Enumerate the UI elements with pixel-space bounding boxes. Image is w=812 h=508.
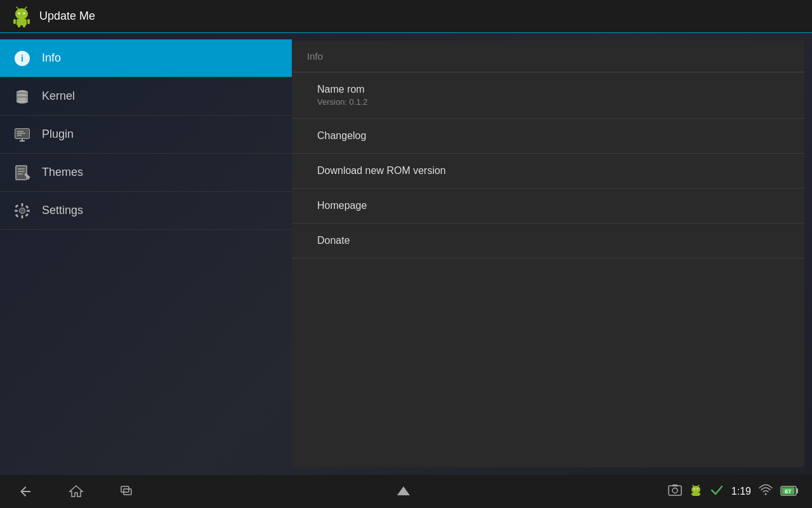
sidebar-item-info-label: Info [42, 51, 61, 65]
content-item-donate[interactable]: Donate [292, 224, 804, 258]
sidebar: i Info Kernel [0, 33, 292, 475]
svg-point-56 [764, 493, 766, 495]
content-item-name-rom[interactable]: Name rom Version: 0.1.2 [292, 72, 804, 119]
name-rom-title: Name rom [317, 84, 779, 95]
content-item-download[interactable]: Download new ROM version [292, 154, 804, 189]
svg-point-46 [672, 488, 678, 493]
svg-rect-35 [22, 203, 23, 206]
svg-rect-39 [15, 204, 18, 208]
nav-buttons [13, 479, 140, 504]
svg-rect-8 [18, 25, 20, 27]
svg-line-4 [25, 7, 27, 9]
sidebar-item-kernel-label: Kernel [42, 90, 75, 103]
main-area: i Info Kernel [0, 33, 812, 475]
name-rom-subtitle: Version: 0.1.2 [317, 97, 779, 107]
content-panel: Info Name rom Version: 0.1.2 Changelog D… [292, 41, 804, 467]
svg-text:i: i [21, 53, 23, 64]
home-button[interactable] [63, 479, 89, 504]
svg-rect-6 [13, 19, 16, 24]
sidebar-item-themes-label: Themes [42, 166, 83, 179]
android-status-icon [690, 484, 702, 500]
svg-rect-58 [796, 488, 798, 493]
svg-point-1 [18, 12, 20, 14]
sidebar-item-kernel[interactable]: Kernel [0, 77, 292, 116]
svg-rect-55 [698, 493, 700, 495]
svg-point-34 [20, 208, 25, 213]
content-list: Name rom Version: 0.1.2 Changelog Downlo… [292, 72, 804, 258]
donate-title: Donate [317, 235, 779, 246]
app-title: Update Me [39, 10, 95, 23]
time-display: 1:19 [731, 486, 751, 497]
svg-point-19 [16, 100, 28, 104]
changelog-title: Changelog [317, 130, 779, 142]
svg-rect-37 [15, 210, 18, 211]
svg-rect-9 [23, 25, 25, 27]
sidebar-item-plugin-label: Plugin [42, 128, 74, 141]
homepage-title: Homepage [317, 200, 779, 211]
checkmark-icon [710, 483, 724, 500]
content-item-changelog[interactable]: Changelog [292, 119, 804, 154]
top-bar: Update Me [0, 0, 812, 33]
bottom-bar: 1:19 87 [0, 475, 812, 508]
themes-icon [13, 163, 32, 182]
app-icon [10, 5, 33, 28]
svg-line-51 [693, 485, 694, 486]
info-icon: i [13, 49, 32, 68]
svg-line-52 [698, 485, 699, 486]
content-item-homepage[interactable]: Homepage [292, 189, 804, 224]
svg-rect-45 [669, 486, 681, 495]
sidebar-item-info[interactable]: i Info [0, 39, 292, 77]
sidebar-item-plugin[interactable]: Plugin [0, 116, 292, 154]
kernel-icon [13, 87, 32, 106]
wifi-icon [759, 483, 773, 500]
status-group: 1:19 87 [668, 483, 799, 500]
svg-rect-27 [16, 166, 27, 180]
svg-point-0 [15, 8, 28, 20]
svg-rect-53 [693, 493, 699, 496]
recents-button[interactable] [114, 479, 140, 504]
settings-icon [13, 201, 32, 220]
svg-rect-42 [25, 213, 29, 217]
battery-icon: 87 [780, 485, 799, 498]
back-button[interactable] [13, 479, 38, 504]
svg-rect-41 [15, 213, 19, 217]
svg-rect-40 [25, 204, 29, 208]
download-title: Download new ROM version [317, 165, 779, 177]
svg-point-50 [697, 488, 698, 490]
svg-rect-38 [27, 210, 30, 211]
svg-line-3 [16, 7, 18, 9]
sidebar-item-settings[interactable]: Settings [0, 192, 292, 230]
svg-rect-47 [672, 485, 678, 486]
svg-point-49 [693, 488, 695, 490]
svg-rect-5 [16, 19, 27, 25]
sidebar-item-settings-label: Settings [42, 204, 83, 217]
svg-rect-54 [691, 493, 693, 495]
plugin-icon [13, 125, 32, 144]
svg-rect-7 [27, 19, 30, 24]
sidebar-item-themes[interactable]: Themes [0, 154, 292, 192]
content-header: Info [292, 41, 804, 72]
svg-point-48 [691, 486, 700, 493]
center-nav [391, 479, 416, 504]
svg-text:87: 87 [785, 488, 791, 495]
svg-rect-36 [22, 215, 23, 218]
svg-point-2 [23, 12, 25, 14]
photo-icon [668, 483, 682, 500]
up-arrow-button[interactable] [391, 479, 416, 504]
